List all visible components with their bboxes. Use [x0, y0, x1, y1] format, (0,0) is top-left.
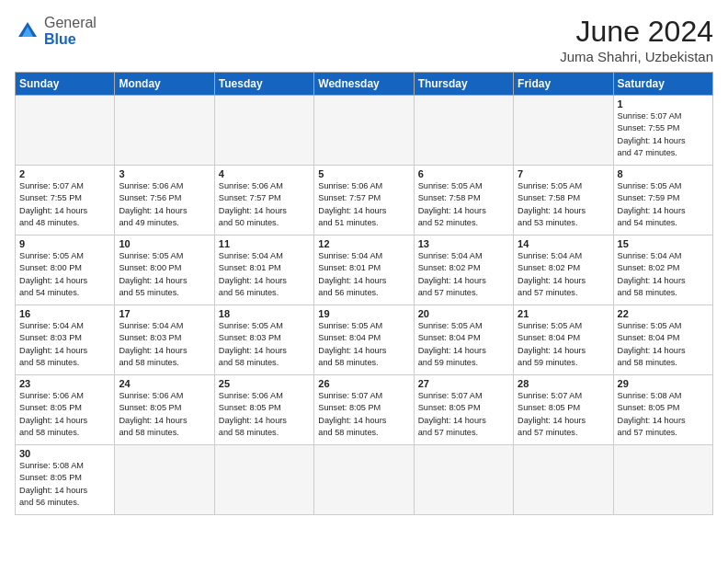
week-row-0: 1Sunrise: 5:07 AM Sunset: 7:55 PM Daylig… — [16, 96, 713, 166]
day-number: 29 — [618, 378, 709, 389]
header: General Blue June 2024 Juma Shahri, Uzbe… — [15, 15, 713, 64]
day-number: 28 — [518, 378, 609, 389]
weekday-saturday: Saturday — [613, 73, 712, 96]
week-row-1: 2Sunrise: 5:07 AM Sunset: 7:55 PM Daylig… — [16, 166, 713, 236]
calendar-cell: 24Sunrise: 5:06 AM Sunset: 8:05 PM Dayli… — [115, 375, 214, 445]
day-number: 6 — [418, 168, 509, 179]
day-info: Sunrise: 5:04 AM Sunset: 8:01 PM Dayligh… — [219, 250, 310, 299]
day-info: Sunrise: 5:04 AM Sunset: 8:01 PM Dayligh… — [318, 250, 409, 299]
calendar-cell: 4Sunrise: 5:06 AM Sunset: 7:57 PM Daylig… — [214, 166, 313, 236]
day-number: 18 — [219, 308, 310, 319]
day-info: Sunrise: 5:04 AM Sunset: 8:02 PM Dayligh… — [618, 250, 709, 299]
day-number: 21 — [518, 308, 609, 319]
day-info: Sunrise: 5:08 AM Sunset: 8:05 PM Dayligh… — [19, 460, 110, 509]
calendar-cell: 25Sunrise: 5:06 AM Sunset: 8:05 PM Dayli… — [214, 375, 313, 445]
calendar-cell — [214, 445, 313, 515]
weekday-wednesday: Wednesday — [314, 73, 414, 96]
logo-icon — [15, 18, 40, 44]
calendar-cell: 16Sunrise: 5:04 AM Sunset: 8:03 PM Dayli… — [16, 305, 115, 375]
day-number: 24 — [119, 378, 210, 389]
day-info: Sunrise: 5:07 AM Sunset: 8:05 PM Dayligh… — [418, 390, 509, 439]
day-info: Sunrise: 5:07 AM Sunset: 8:05 PM Dayligh… — [518, 390, 609, 439]
calendar-cell — [115, 445, 214, 515]
day-info: Sunrise: 5:06 AM Sunset: 7:57 PM Dayligh… — [318, 180, 409, 229]
logo-blue: Blue — [44, 31, 76, 47]
calendar-cell: 26Sunrise: 5:07 AM Sunset: 8:05 PM Dayli… — [314, 375, 414, 445]
calendar-cell — [414, 445, 513, 515]
calendar-cell — [214, 96, 313, 166]
calendar-cell: 17Sunrise: 5:04 AM Sunset: 8:03 PM Dayli… — [115, 305, 214, 375]
day-number: 23 — [19, 378, 110, 389]
day-number: 25 — [219, 378, 310, 389]
calendar-cell — [314, 96, 414, 166]
calendar-cell — [414, 96, 513, 166]
calendar-cell: 19Sunrise: 5:05 AM Sunset: 8:04 PM Dayli… — [314, 305, 414, 375]
calendar-cell — [514, 96, 613, 166]
day-number: 13 — [418, 238, 509, 249]
weekday-sunday: Sunday — [16, 73, 115, 96]
calendar-cell: 15Sunrise: 5:04 AM Sunset: 8:02 PM Dayli… — [613, 236, 712, 305]
calendar-cell — [16, 96, 115, 166]
day-number: 3 — [119, 168, 210, 179]
calendar-cell: 30Sunrise: 5:08 AM Sunset: 8:05 PM Dayli… — [16, 445, 115, 515]
week-row-5: 30Sunrise: 5:08 AM Sunset: 8:05 PM Dayli… — [16, 445, 713, 515]
day-number: 30 — [19, 448, 110, 459]
calendar-cell: 14Sunrise: 5:04 AM Sunset: 8:02 PM Dayli… — [514, 236, 613, 305]
day-number: 1 — [618, 98, 709, 109]
calendar-cell: 28Sunrise: 5:07 AM Sunset: 8:05 PM Dayli… — [514, 375, 613, 445]
location: Juma Shahri, Uzbekistan — [560, 49, 713, 64]
calendar-cell: 9Sunrise: 5:05 AM Sunset: 8:00 PM Daylig… — [16, 236, 115, 305]
calendar-cell — [514, 445, 613, 515]
day-number: 20 — [418, 308, 509, 319]
day-number: 22 — [618, 308, 709, 319]
calendar-cell: 29Sunrise: 5:08 AM Sunset: 8:05 PM Dayli… — [613, 375, 712, 445]
day-info: Sunrise: 5:06 AM Sunset: 7:56 PM Dayligh… — [119, 180, 210, 229]
day-info: Sunrise: 5:07 AM Sunset: 7:55 PM Dayligh… — [19, 180, 110, 229]
calendar-cell: 27Sunrise: 5:07 AM Sunset: 8:05 PM Dayli… — [414, 375, 513, 445]
logo: General Blue — [15, 15, 97, 47]
day-info: Sunrise: 5:06 AM Sunset: 7:57 PM Dayligh… — [219, 180, 310, 229]
calendar-cell: 12Sunrise: 5:04 AM Sunset: 8:01 PM Dayli… — [314, 236, 414, 305]
day-info: Sunrise: 5:07 AM Sunset: 7:55 PM Dayligh… — [618, 110, 709, 159]
day-info: Sunrise: 5:06 AM Sunset: 8:05 PM Dayligh… — [19, 390, 110, 439]
weekday-friday: Friday — [514, 73, 613, 96]
weekday-monday: Monday — [115, 73, 214, 96]
day-info: Sunrise: 5:04 AM Sunset: 8:03 PM Dayligh… — [19, 320, 110, 369]
day-number: 26 — [318, 378, 409, 389]
calendar-cell: 6Sunrise: 5:05 AM Sunset: 7:58 PM Daylig… — [414, 166, 513, 236]
title-block: June 2024 Juma Shahri, Uzbekistan — [560, 15, 713, 64]
logo-text: General Blue — [44, 15, 97, 47]
day-number: 27 — [418, 378, 509, 389]
day-number: 4 — [219, 168, 310, 179]
day-info: Sunrise: 5:05 AM Sunset: 7:58 PM Dayligh… — [518, 180, 609, 229]
calendar-cell — [613, 445, 712, 515]
day-info: Sunrise: 5:05 AM Sunset: 7:59 PM Dayligh… — [618, 180, 709, 229]
day-info: Sunrise: 5:07 AM Sunset: 8:05 PM Dayligh… — [318, 390, 409, 439]
weekday-thursday: Thursday — [414, 73, 513, 96]
calendar-cell: 1Sunrise: 5:07 AM Sunset: 7:55 PM Daylig… — [613, 96, 712, 166]
weekday-header-row: SundayMondayTuesdayWednesdayThursdayFrid… — [16, 73, 713, 96]
day-number: 8 — [618, 168, 709, 179]
calendar-cell: 18Sunrise: 5:05 AM Sunset: 8:03 PM Dayli… — [214, 305, 313, 375]
calendar-cell: 7Sunrise: 5:05 AM Sunset: 7:58 PM Daylig… — [514, 166, 613, 236]
day-info: Sunrise: 5:05 AM Sunset: 8:00 PM Dayligh… — [19, 250, 110, 299]
day-number: 15 — [618, 238, 709, 249]
calendar-cell: 13Sunrise: 5:04 AM Sunset: 8:02 PM Dayli… — [414, 236, 513, 305]
day-number: 9 — [19, 238, 110, 249]
calendar-cell — [314, 445, 414, 515]
week-row-2: 9Sunrise: 5:05 AM Sunset: 8:00 PM Daylig… — [16, 236, 713, 305]
logo-general: General — [44, 15, 97, 30]
day-number: 17 — [119, 308, 210, 319]
calendar-cell: 21Sunrise: 5:05 AM Sunset: 8:04 PM Dayli… — [514, 305, 613, 375]
month-title: June 2024 — [560, 15, 713, 49]
day-number: 7 — [518, 168, 609, 179]
calendar-cell: 23Sunrise: 5:06 AM Sunset: 8:05 PM Dayli… — [16, 375, 115, 445]
day-number: 10 — [119, 238, 210, 249]
calendar-cell: 10Sunrise: 5:05 AM Sunset: 8:00 PM Dayli… — [115, 236, 214, 305]
calendar-table: SundayMondayTuesdayWednesdayThursdayFrid… — [15, 72, 713, 515]
day-number: 5 — [318, 168, 409, 179]
day-number: 11 — [219, 238, 310, 249]
weekday-tuesday: Tuesday — [214, 73, 313, 96]
day-info: Sunrise: 5:06 AM Sunset: 8:05 PM Dayligh… — [219, 390, 310, 439]
day-info: Sunrise: 5:08 AM Sunset: 8:05 PM Dayligh… — [618, 390, 709, 439]
